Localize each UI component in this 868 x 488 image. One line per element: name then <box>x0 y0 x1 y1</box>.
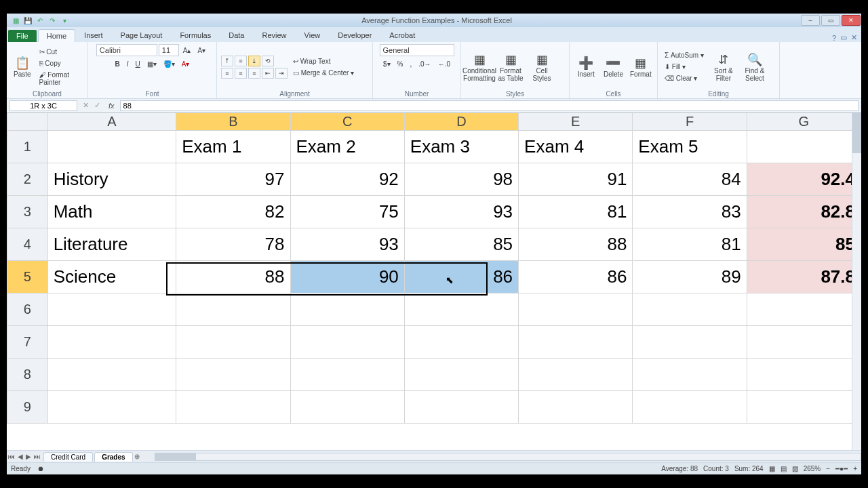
row-header-5[interactable]: 5 <box>7 261 48 293</box>
tab-developer[interactable]: Developer <box>329 28 380 42</box>
cell-F4[interactable]: 81 <box>633 228 747 261</box>
italic-button[interactable]: I <box>124 59 132 69</box>
save-icon[interactable]: 💾 <box>23 16 33 25</box>
sheet-nav-first-icon[interactable]: ⏮ <box>7 453 16 460</box>
redo-icon[interactable]: ↷ <box>47 16 57 25</box>
cell-E5[interactable]: 86 <box>519 261 633 293</box>
ribbon-minimize-icon[interactable]: ▭ <box>840 33 847 42</box>
cell-G2[interactable]: 92.4 <box>747 163 861 196</box>
cell-D2[interactable]: 98 <box>404 163 518 196</box>
row-header-3[interactable]: 3 <box>7 196 48 228</box>
cell-A3[interactable]: Math <box>47 196 176 228</box>
col-header-G[interactable]: G <box>747 113 861 131</box>
align-middle-icon[interactable]: ≡ <box>235 56 247 66</box>
cell-B2[interactable]: 97 <box>176 163 290 196</box>
font-color-button[interactable]: A▾ <box>179 59 193 69</box>
cell-C4[interactable]: 93 <box>290 228 404 261</box>
align-center-icon[interactable]: ≡ <box>235 68 247 79</box>
zoom-slider[interactable]: ━●━ <box>835 465 848 472</box>
increase-font-icon[interactable]: A▴ <box>180 45 194 56</box>
tab-home[interactable]: Home <box>38 29 75 42</box>
fill-button[interactable]: ⬇ Fill ▾ <box>662 62 707 72</box>
qat-more-icon[interactable]: ▾ <box>60 16 69 25</box>
bold-button[interactable]: B <box>113 59 123 69</box>
sheet-tab-credit-card[interactable]: Credit Card <box>43 452 93 462</box>
tab-acrobat[interactable]: Acrobat <box>380 28 424 42</box>
cell-F1[interactable]: Exam 5 <box>633 131 747 163</box>
cell-E1[interactable]: Exam 4 <box>519 131 633 163</box>
cell-D5[interactable]: 86 <box>404 261 518 293</box>
sheet-nav-next-icon[interactable]: ▶ <box>24 453 33 460</box>
cancel-formula-icon[interactable]: ✕ <box>80 101 92 110</box>
cut-button[interactable]: ✂ Cut <box>37 47 83 57</box>
cell-A1[interactable] <box>47 131 176 163</box>
wrap-text-button[interactable]: ↩ Wrap Text <box>290 56 357 66</box>
view-layout-icon[interactable]: ▤ <box>781 465 787 472</box>
copy-button[interactable]: ⎘ Copy <box>37 58 83 68</box>
fx-icon[interactable]: fx <box>103 102 120 110</box>
increase-indent-icon[interactable]: ⇥ <box>275 68 288 79</box>
font-name-select[interactable]: Calibri <box>96 44 157 56</box>
cell-G1[interactable] <box>747 131 861 163</box>
undo-icon[interactable]: ↶ <box>35 16 45 25</box>
cell-F3[interactable]: 83 <box>633 196 747 228</box>
close-button[interactable]: ✕ <box>842 15 861 26</box>
tab-review[interactable]: Review <box>253 28 295 42</box>
cell-B1[interactable]: Exam 1 <box>176 131 290 163</box>
select-all-corner[interactable] <box>7 113 48 131</box>
macro-record-icon[interactable]: ⏺ <box>37 465 44 472</box>
cell-D3[interactable]: 93 <box>404 196 518 228</box>
align-left-icon[interactable]: ≡ <box>221 68 233 79</box>
conditional-formatting-button[interactable]: ▦Conditional Formatting <box>465 52 494 82</box>
row-header-9[interactable]: 9 <box>7 391 48 424</box>
format-painter-button[interactable]: 🖌 Format Painter <box>37 70 83 87</box>
row-header-7[interactable]: 7 <box>7 326 48 359</box>
align-bottom-icon[interactable]: ⤓ <box>248 56 260 66</box>
decrease-font-icon[interactable]: A▾ <box>195 45 209 56</box>
cell-B5[interactable]: 88 <box>176 261 290 293</box>
row-header-2[interactable]: 2 <box>7 163 48 196</box>
ribbon-close-icon[interactable]: ✕ <box>851 33 857 42</box>
decrease-decimal-icon[interactable]: ←.0 <box>435 59 453 69</box>
col-header-F[interactable]: F <box>633 113 747 131</box>
view-pagebreak-icon[interactable]: ▧ <box>792 465 798 472</box>
orientation-icon[interactable]: ⟲ <box>262 56 274 66</box>
cell-A5[interactable]: Science <box>47 261 176 293</box>
find-select-button[interactable]: 🔍Find & Select <box>741 52 769 82</box>
clear-button[interactable]: ⌫ Clear ▾ <box>662 73 707 83</box>
col-header-B[interactable]: B <box>176 113 290 131</box>
cell-D4[interactable]: 85 <box>404 228 518 261</box>
cell-A2[interactable]: History <box>47 163 176 196</box>
merge-center-button[interactable]: ▭ Merge & Center ▾ <box>290 68 357 78</box>
autosum-button[interactable]: Σ AutoSum ▾ <box>662 50 707 60</box>
tab-data[interactable]: Data <box>220 28 253 42</box>
hscroll-thumb[interactable] <box>155 453 196 460</box>
zoom-in-icon[interactable]: + <box>853 465 857 472</box>
decrease-indent-icon[interactable]: ⇤ <box>262 68 274 79</box>
row-header-8[interactable]: 8 <box>7 359 48 391</box>
col-header-A[interactable]: A <box>47 113 176 131</box>
scroll-thumb[interactable] <box>852 113 861 153</box>
cell-G5[interactable]: 87.8 <box>747 261 861 293</box>
cell-styles-button[interactable]: ▦Cell Styles <box>528 52 556 82</box>
sheet-nav-last-icon[interactable]: ⏭ <box>33 453 42 460</box>
view-normal-icon[interactable]: ▦ <box>769 465 775 472</box>
underline-button[interactable]: U <box>133 59 143 69</box>
cell[interactable] <box>47 293 176 326</box>
accept-formula-icon[interactable]: ✓ <box>92 101 103 110</box>
cell-D1[interactable]: Exam 3 <box>404 131 518 163</box>
sheet-nav-prev-icon[interactable]: ◀ <box>16 453 24 460</box>
zoom-level[interactable]: 265% <box>804 465 821 472</box>
currency-icon[interactable]: $▾ <box>380 59 393 69</box>
paste-button[interactable]: 📋Paste <box>11 56 34 78</box>
name-box[interactable]: 1R x 3C <box>9 100 77 111</box>
cell-E2[interactable]: 91 <box>519 163 633 196</box>
cell-C5[interactable]: 90 <box>290 261 404 293</box>
align-right-icon[interactable]: ≡ <box>248 68 260 79</box>
tab-page-layout[interactable]: Page Layout <box>112 28 172 42</box>
cell-C1[interactable]: Exam 2 <box>290 131 404 163</box>
formula-input[interactable]: 88 <box>120 100 859 111</box>
col-header-C[interactable]: C <box>290 113 404 131</box>
percent-icon[interactable]: % <box>395 59 406 69</box>
row-header-6[interactable]: 6 <box>7 293 48 326</box>
